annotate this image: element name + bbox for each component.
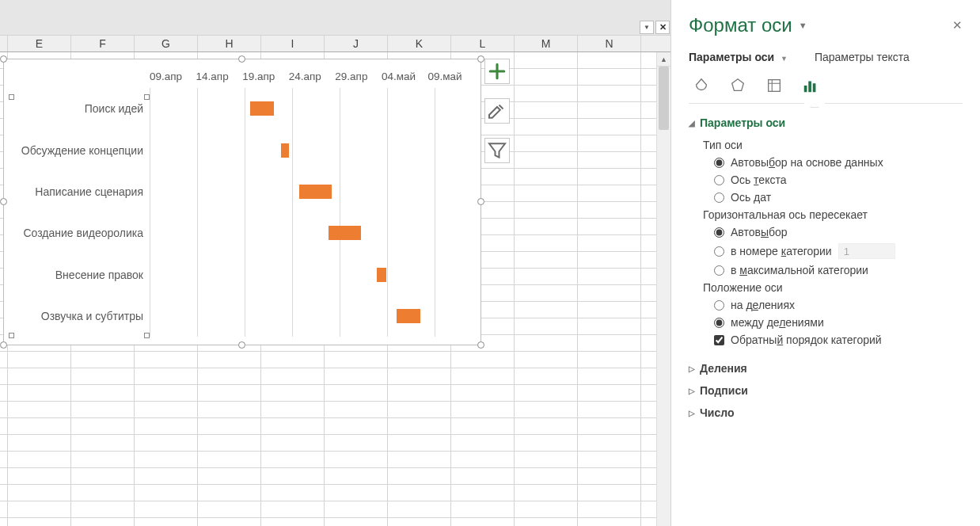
col-header[interactable]: M: [515, 36, 578, 51]
chart-bars: [150, 88, 474, 337]
section-labels[interactable]: ▷Подписи: [689, 379, 963, 402]
svg-rect-4: [813, 83, 816, 92]
pane-close-icon[interactable]: ✕: [952, 18, 963, 32]
radio-axis-auto[interactable]: Автовыбор на основе данных: [714, 156, 963, 169]
chart-add-element-button[interactable]: [484, 59, 510, 84]
x-tick: 09.май: [427, 71, 474, 86]
radio-pos-on-ticks[interactable]: на делениях: [714, 299, 963, 311]
gantt-chart[interactable]: 09.апр 14.апр 19.апр 24.апр 29.апр 04.ма…: [3, 59, 481, 345]
svg-rect-1: [769, 80, 781, 92]
svg-rect-3: [808, 82, 811, 93]
y-category-label: Создание видеоролика: [9, 227, 143, 239]
x-tick: 14.апр: [196, 71, 243, 86]
section-ticks[interactable]: ▷Деления: [689, 357, 963, 379]
gantt-bar[interactable]: [397, 309, 420, 323]
resize-handle[interactable]: [477, 55, 484, 63]
fill-line-icon[interactable]: [692, 76, 711, 95]
y-category-label: Озвучка и субтитры: [9, 310, 143, 322]
radio-cross-auto[interactable]: Автовыбор: [714, 226, 963, 238]
checkbox-reverse-order[interactable]: Обратный порядок категорий: [714, 334, 963, 346]
effects-icon[interactable]: [728, 76, 747, 95]
gantt-bar[interactable]: [281, 143, 289, 158]
y-category-label: Внесение правок: [9, 269, 143, 281]
col-header[interactable]: G: [135, 36, 198, 51]
resize-handle[interactable]: [238, 55, 245, 63]
plot-area: 09.апр 14.апр 19.апр 24.апр 29.апр 04.ма…: [150, 71, 474, 338]
x-tick: 24.апр: [289, 71, 336, 86]
format-axis-pane: Формат оси ▼ ✕ Параметры оси ▼ Параметры…: [670, 0, 980, 526]
resize-handle[interactable]: [0, 55, 7, 63]
grid-row[interactable]: [0, 385, 656, 402]
scroll-thumb[interactable]: [659, 67, 669, 130]
gantt-bar[interactable]: [329, 226, 361, 240]
size-properties-icon[interactable]: [765, 76, 784, 95]
pane-title: Формат оси ▼ ✕: [689, 14, 963, 36]
cross-category-input[interactable]: [838, 243, 895, 259]
grid-row[interactable]: [0, 452, 656, 468]
chart-filter-button[interactable]: [484, 138, 510, 163]
y-category-label: Поиск идей: [9, 102, 143, 115]
axis-type-label: Тип оси: [703, 139, 963, 151]
col-header[interactable]: J: [325, 36, 388, 51]
vertical-scrollbar[interactable]: ▲: [656, 52, 670, 526]
crosses-label: Горизонтальная ось пересекает: [703, 208, 963, 221]
chevron-down-icon: ▼: [781, 55, 788, 63]
section-axis-options[interactable]: ◢Параметры оси: [689, 112, 963, 134]
grid-row[interactable]: [0, 518, 656, 526]
tab-axis-options[interactable]: Параметры оси ▼: [689, 51, 788, 63]
y-category-label: Обсуждение концепции: [9, 144, 143, 157]
gantt-bar[interactable]: [299, 185, 332, 199]
ribbon-close-button[interactable]: ✕: [655, 21, 670, 34]
chart-styles-button[interactable]: [484, 98, 510, 124]
x-tick: 19.апр: [242, 71, 289, 86]
grid-row[interactable]: [0, 501, 656, 518]
section-number[interactable]: ▷Число: [689, 402, 963, 424]
resize-handle[interactable]: [477, 341, 484, 349]
column-headers: E F G H I J K L M N: [0, 35, 670, 52]
x-tick: 09.апр: [150, 71, 196, 86]
pane-options-dropdown-icon[interactable]: ▼: [799, 21, 807, 30]
resize-handle[interactable]: [0, 341, 7, 349]
radio-axis-date[interactable]: Ось дат: [714, 191, 963, 204]
col-header[interactable]: I: [261, 36, 325, 51]
ribbon-dropdown-button[interactable]: ▼: [640, 21, 654, 34]
y-category-label: Написание сценария: [9, 185, 143, 198]
grid-row[interactable]: [0, 368, 656, 385]
col-header[interactable]: K: [388, 36, 451, 51]
grid-row[interactable]: [0, 485, 656, 501]
svg-rect-2: [804, 86, 807, 92]
col-header[interactable]: L: [451, 36, 515, 51]
axis-position-label: Положение оси: [703, 281, 963, 294]
tab-text-options[interactable]: Параметры текста: [815, 51, 910, 63]
grid-row[interactable]: [0, 352, 656, 368]
resize-handle[interactable]: [0, 198, 7, 205]
grid-row[interactable]: [0, 435, 656, 452]
x-tick: 29.апр: [335, 71, 382, 86]
radio-cross-max[interactable]: в максимальной категории: [714, 264, 963, 276]
x-tick: 04.май: [382, 71, 428, 86]
scroll-up-icon[interactable]: ▲: [657, 52, 670, 67]
axis-options-icon[interactable]: [801, 76, 820, 95]
gantt-bar[interactable]: [377, 268, 386, 282]
col-header[interactable]: E: [8, 36, 71, 51]
grid-row[interactable]: [0, 418, 656, 435]
radio-axis-text[interactable]: Ось текста: [714, 173, 963, 186]
col-header[interactable]: N: [578, 36, 641, 51]
x-axis-labels: 09.апр 14.апр 19.апр 24.апр 29.апр 04.ма…: [150, 71, 474, 86]
grid-row[interactable]: [0, 402, 656, 418]
radio-cross-category[interactable]: в номере категории: [714, 243, 963, 259]
col-header[interactable]: F: [71, 36, 135, 51]
radio-pos-between-ticks[interactable]: между делениями: [714, 316, 963, 329]
spreadsheet-area: E F G H I J K L M N // rows rendered bel…: [0, 35, 670, 526]
svg-marker-0: [732, 79, 744, 91]
gantt-bar[interactable]: [250, 101, 274, 116]
resize-handle[interactable]: [238, 341, 245, 349]
col-header[interactable]: H: [198, 36, 261, 51]
resize-handle[interactable]: [477, 198, 484, 205]
grid-row[interactable]: [0, 468, 656, 485]
y-axis-labels: Поиск идейОбсуждение концепцииНаписание …: [10, 88, 146, 337]
